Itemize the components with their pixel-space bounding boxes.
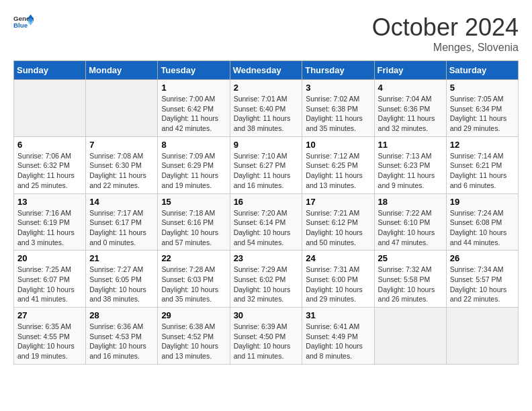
page-header: General Blue October 2024 Menges, Sloven… xyxy=(13,13,519,54)
day-number: 20 xyxy=(17,253,82,263)
day-of-week-header: Sunday xyxy=(14,61,86,80)
day-info: Sunrise: 7:27 AMSunset: 6:05 PMDaylight:… xyxy=(89,265,154,304)
calendar-header-row: SundayMondayTuesdayWednesdayThursdayFrid… xyxy=(14,61,519,80)
day-number: 2 xyxy=(234,83,299,93)
day-number: 19 xyxy=(450,197,515,207)
calendar-cell: 28Sunrise: 6:36 AMSunset: 4:53 PMDayligh… xyxy=(86,308,158,365)
day-number: 3 xyxy=(306,83,370,93)
calendar-cell: 13Sunrise: 7:16 AMSunset: 6:19 PMDayligh… xyxy=(14,193,86,250)
day-info: Sunrise: 7:29 AMSunset: 6:02 PMDaylight:… xyxy=(234,265,299,304)
calendar-cell: 16Sunrise: 7:20 AMSunset: 6:14 PMDayligh… xyxy=(230,193,302,250)
logo-icon: General Blue xyxy=(13,13,34,30)
calendar-cell: 2Sunrise: 7:01 AMSunset: 6:40 PMDaylight… xyxy=(230,80,302,137)
calendar-cell: 30Sunrise: 6:39 AMSunset: 4:50 PMDayligh… xyxy=(230,308,302,365)
day-info: Sunrise: 7:00 AMSunset: 6:42 PMDaylight:… xyxy=(161,94,226,134)
day-number: 31 xyxy=(306,310,370,320)
day-number: 28 xyxy=(89,310,154,320)
day-number: 11 xyxy=(378,140,443,150)
calendar-cell xyxy=(374,308,446,365)
day-info: Sunrise: 7:22 AMSunset: 6:10 PMDaylight:… xyxy=(378,208,443,248)
day-info: Sunrise: 7:32 AMSunset: 5:58 PMDaylight:… xyxy=(378,265,443,304)
day-info: Sunrise: 6:38 AMSunset: 4:52 PMDaylight:… xyxy=(161,322,226,361)
day-info: Sunrise: 7:13 AMSunset: 6:23 PMDaylight:… xyxy=(378,151,443,191)
day-number: 25 xyxy=(378,253,443,263)
day-of-week-header: Saturday xyxy=(446,61,518,80)
calendar-cell: 9Sunrise: 7:10 AMSunset: 6:27 PMDaylight… xyxy=(230,136,302,193)
day-number: 5 xyxy=(450,83,515,93)
day-info: Sunrise: 7:10 AMSunset: 6:27 PMDaylight:… xyxy=(234,151,299,191)
day-info: Sunrise: 7:01 AMSunset: 6:40 PMDaylight:… xyxy=(234,94,299,134)
day-number: 8 xyxy=(161,140,226,150)
calendar-cell: 1Sunrise: 7:00 AMSunset: 6:42 PMDaylight… xyxy=(158,80,230,137)
day-number: 6 xyxy=(17,140,82,150)
day-number: 14 xyxy=(89,197,154,207)
day-info: Sunrise: 7:02 AMSunset: 6:38 PMDaylight:… xyxy=(306,94,370,134)
calendar-cell: 14Sunrise: 7:17 AMSunset: 6:17 PMDayligh… xyxy=(86,193,158,250)
day-info: Sunrise: 6:35 AMSunset: 4:55 PMDaylight:… xyxy=(17,322,82,361)
day-info: Sunrise: 6:39 AMSunset: 4:50 PMDaylight:… xyxy=(234,322,299,361)
day-of-week-header: Tuesday xyxy=(158,61,230,80)
day-number: 7 xyxy=(89,140,154,150)
day-info: Sunrise: 7:21 AMSunset: 6:12 PMDaylight:… xyxy=(306,208,370,248)
day-info: Sunrise: 7:18 AMSunset: 6:16 PMDaylight:… xyxy=(161,208,226,248)
day-info: Sunrise: 7:31 AMSunset: 6:00 PMDaylight:… xyxy=(306,265,370,304)
logo: General Blue xyxy=(13,13,34,30)
day-info: Sunrise: 7:14 AMSunset: 6:21 PMDaylight:… xyxy=(450,151,515,191)
calendar-cell: 24Sunrise: 7:31 AMSunset: 6:00 PMDayligh… xyxy=(302,250,374,308)
day-number: 16 xyxy=(234,197,299,207)
day-of-week-header: Thursday xyxy=(302,61,374,80)
day-number: 18 xyxy=(378,197,443,207)
calendar-cell: 20Sunrise: 7:25 AMSunset: 6:07 PMDayligh… xyxy=(14,250,86,308)
calendar-cell xyxy=(86,80,158,137)
calendar-cell: 12Sunrise: 7:14 AMSunset: 6:21 PMDayligh… xyxy=(446,136,518,193)
day-number: 1 xyxy=(161,83,226,93)
calendar-cell: 17Sunrise: 7:21 AMSunset: 6:12 PMDayligh… xyxy=(302,193,374,250)
calendar-cell: 10Sunrise: 7:12 AMSunset: 6:25 PMDayligh… xyxy=(302,136,374,193)
day-number: 12 xyxy=(450,140,515,150)
day-info: Sunrise: 7:08 AMSunset: 6:30 PMDaylight:… xyxy=(89,151,154,191)
day-number: 30 xyxy=(234,310,299,320)
day-info: Sunrise: 7:28 AMSunset: 6:03 PMDaylight:… xyxy=(161,265,226,304)
day-of-week-header: Wednesday xyxy=(230,61,302,80)
day-number: 22 xyxy=(161,253,226,263)
calendar-week-row: 20Sunrise: 7:25 AMSunset: 6:07 PMDayligh… xyxy=(14,250,519,308)
day-info: Sunrise: 7:17 AMSunset: 6:17 PMDaylight:… xyxy=(89,208,154,248)
day-info: Sunrise: 7:12 AMSunset: 6:25 PMDaylight:… xyxy=(306,151,370,191)
day-number: 23 xyxy=(234,253,299,263)
svg-text:Blue: Blue xyxy=(13,21,28,29)
location-subtitle: Menges, Slovenia xyxy=(372,42,519,54)
calendar-week-row: 13Sunrise: 7:16 AMSunset: 6:19 PMDayligh… xyxy=(14,193,519,250)
calendar-week-row: 27Sunrise: 6:35 AMSunset: 4:55 PMDayligh… xyxy=(14,308,519,365)
day-number: 15 xyxy=(161,197,226,207)
day-of-week-header: Friday xyxy=(374,61,446,80)
calendar-cell: 23Sunrise: 7:29 AMSunset: 6:02 PMDayligh… xyxy=(230,250,302,308)
day-info: Sunrise: 6:41 AMSunset: 4:49 PMDaylight:… xyxy=(306,322,370,361)
calendar-cell: 26Sunrise: 7:34 AMSunset: 5:57 PMDayligh… xyxy=(446,250,518,308)
day-info: Sunrise: 7:06 AMSunset: 6:32 PMDaylight:… xyxy=(17,151,82,191)
calendar-cell: 29Sunrise: 6:38 AMSunset: 4:52 PMDayligh… xyxy=(158,308,230,365)
calendar-cell: 3Sunrise: 7:02 AMSunset: 6:38 PMDaylight… xyxy=(302,80,374,137)
calendar-cell: 4Sunrise: 7:04 AMSunset: 6:36 PMDaylight… xyxy=(374,80,446,137)
day-info: Sunrise: 6:36 AMSunset: 4:53 PMDaylight:… xyxy=(89,322,154,361)
calendar-cell xyxy=(14,80,86,137)
calendar-cell: 5Sunrise: 7:05 AMSunset: 6:34 PMDaylight… xyxy=(446,80,518,137)
day-number: 29 xyxy=(161,310,226,320)
calendar-cell: 6Sunrise: 7:06 AMSunset: 6:32 PMDaylight… xyxy=(14,136,86,193)
calendar-cell: 31Sunrise: 6:41 AMSunset: 4:49 PMDayligh… xyxy=(302,308,374,365)
calendar-cell: 22Sunrise: 7:28 AMSunset: 6:03 PMDayligh… xyxy=(158,250,230,308)
calendar-cell: 25Sunrise: 7:32 AMSunset: 5:58 PMDayligh… xyxy=(374,250,446,308)
day-number: 26 xyxy=(450,253,515,263)
title-block: October 2024 Menges, Slovenia xyxy=(372,13,519,54)
calendar-cell: 15Sunrise: 7:18 AMSunset: 6:16 PMDayligh… xyxy=(158,193,230,250)
calendar-cell: 7Sunrise: 7:08 AMSunset: 6:30 PMDaylight… xyxy=(86,136,158,193)
day-number: 17 xyxy=(306,197,370,207)
day-of-week-header: Monday xyxy=(86,61,158,80)
day-number: 27 xyxy=(17,310,82,320)
day-info: Sunrise: 7:09 AMSunset: 6:29 PMDaylight:… xyxy=(161,151,226,191)
day-info: Sunrise: 7:04 AMSunset: 6:36 PMDaylight:… xyxy=(378,94,443,134)
day-info: Sunrise: 7:16 AMSunset: 6:19 PMDaylight:… xyxy=(17,208,82,248)
day-info: Sunrise: 7:25 AMSunset: 6:07 PMDaylight:… xyxy=(17,265,82,304)
calendar-cell: 21Sunrise: 7:27 AMSunset: 6:05 PMDayligh… xyxy=(86,250,158,308)
day-info: Sunrise: 7:20 AMSunset: 6:14 PMDaylight:… xyxy=(234,208,299,248)
day-number: 13 xyxy=(17,197,82,207)
